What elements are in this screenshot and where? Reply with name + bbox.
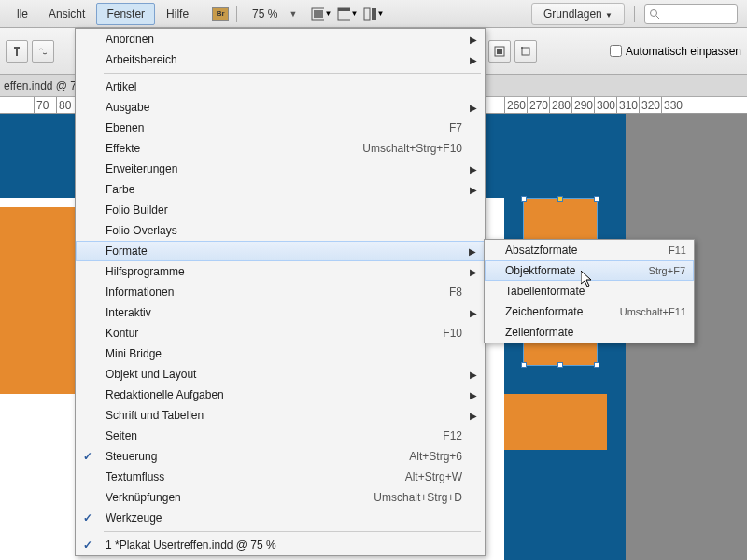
ruler-tick: 320 [639,97,660,114]
menu-item[interactable]: SeitenF12 [76,426,485,446]
menu-item[interactable]: Redaktionelle Aufgaben▶ [76,385,485,405]
menu-item-label: Mini Bridge [106,347,477,360]
menu-file-partial[interactable]: lle [7,4,37,24]
menu-item[interactable]: VerknüpfungenUmschalt+Strg+D [76,487,485,508]
orange-shape-bottom[interactable] [504,394,607,450]
menu-item-label: Seiten [106,429,443,442]
formate-submenu: AbsatzformateF11ObjektformateStrg+F7Tabe… [484,239,695,343]
menu-item[interactable]: ✓SteuerungAlt+Strg+6 [76,446,485,467]
ruler-tick: 80 [56,97,71,114]
ruler-tick: 260 [504,97,526,114]
submenu-item-shortcut: Strg+F7 [649,265,685,276]
menu-item[interactable]: ✓Werkzeuge [76,508,485,528]
menu-help[interactable]: Hilfe [157,4,198,24]
link-icon[interactable] [32,40,54,63]
menu-item[interactable]: EffekteUmschalt+Strg+F10 [76,138,485,159]
menu-item[interactable]: InformationenF8 [76,282,485,302]
menu-item[interactable]: EbenenF7 [76,118,485,138]
menu-item-label: Werkzeuge [106,511,477,525]
ruler-tick: 330 [661,97,683,114]
screen-mode-icon[interactable]: ▼ [311,4,331,24]
menu-item[interactable]: Farbe▶ [76,179,485,200]
submenu-item[interactable]: AbsatzformateF11 [485,240,694,260]
ref-point-icon[interactable] [514,40,537,63]
submenu-arrow-icon: ▶ [470,308,477,318]
submenu-item[interactable]: ObjektformateStrg+F7 [485,260,694,281]
selection-handle[interactable] [557,196,563,202]
menu-item-shortcut: Umschalt+Strg+D [374,491,462,504]
bridge-icon[interactable]: Br [212,7,229,21]
menu-item[interactable]: Artikel [76,77,485,97]
menu-view[interactable]: Ansicht [39,4,94,24]
submenu-arrow-icon: ▶ [470,411,477,421]
submenu-arrow-icon: ▶ [470,55,477,65]
menu-item-label: Artikel [106,80,477,93]
menu-item[interactable]: Folio Overlays [76,220,485,241]
selection-handle[interactable] [521,362,527,368]
menu-item[interactable]: Erweiterungen▶ [76,159,485,179]
submenu-arrow-icon: ▶ [470,35,477,45]
menu-item-label: Redaktionelle Aufgaben [106,388,477,401]
menu-item[interactable]: KonturF10 [76,323,485,343]
selection-handle[interactable] [521,196,527,202]
menu-item[interactable]: Arbeitsbereich▶ [76,49,485,70]
search-icon [649,8,660,20]
submenu-item-shortcut: Umschalt+F11 [620,306,686,317]
workspace-switcher[interactable]: Grundlagen ▼ [531,3,625,25]
separator [303,6,303,22]
menu-item-label: Kontur [106,327,443,340]
menu-item[interactable]: Objekt und Layout▶ [76,364,485,385]
zoom-level[interactable]: 75 % [243,7,287,21]
auto-fit-checkbox[interactable]: Automatisch einpassen [610,45,741,58]
menu-item-label: Folio Overlays [106,224,477,237]
menu-item[interactable]: Anordnen▶ [76,29,485,49]
separator [634,6,635,22]
menu-item-label: Ebenen [106,121,449,134]
paragraph-mode-icon[interactable] [6,40,28,63]
svg-rect-18 [522,48,529,55]
menu-item[interactable]: Ausgabe▶ [76,97,485,118]
ruler-tick: 280 [549,97,571,114]
window-menu-dropdown: Anordnen▶Arbeitsbereich▶ArtikelAusgabe▶E… [75,28,486,556]
menu-item-label: Formate [106,245,476,258]
selection-handle[interactable] [594,362,599,368]
view-options-icon[interactable]: ▼ [363,4,384,24]
menu-item-label: Schrift und Tabellen [106,409,477,422]
selection-handle[interactable] [557,362,563,368]
menu-item-label: Anordnen [106,33,477,46]
menu-window[interactable]: Fenster [96,3,155,25]
submenu-item[interactable]: ZeichenformateUmschalt+F11 [485,301,694,322]
menu-item[interactable]: Hilfsprogramme▶ [76,261,485,282]
arrange-icon[interactable]: ▼ [337,4,358,24]
menu-item[interactable]: Interaktiv▶ [76,302,485,323]
submenu-arrow-icon: ▶ [470,164,477,175]
menu-item-shortcut: F7 [449,121,462,134]
ruler-tick: 290 [571,97,593,114]
menu-item[interactable]: Mini Bridge [76,343,485,364]
selection-handle[interactable] [594,196,599,202]
ruler-tick: 310 [616,97,638,114]
menu-item-label: Objekt und Layout [106,368,477,381]
submenu-item-shortcut: F11 [669,245,686,256]
menu-item-label: Folio Builder [106,203,477,217]
search-input[interactable] [644,4,738,24]
menu-item-label: Interaktiv [106,306,477,319]
menu-item-shortcut: Alt+Strg+6 [409,450,462,463]
menu-item[interactable]: ✓1 *Plakat Usertreffen.indd @ 75 % [76,535,485,555]
svg-line-7 [656,16,659,19]
menu-item[interactable]: Folio Builder [76,200,485,220]
menu-item-label: 1 *Plakat Usertreffen.indd @ 75 % [106,539,477,552]
submenu-item[interactable]: Tabellenformate [485,281,694,301]
submenu-item-label: Absatzformate [505,244,669,257]
menu-separator [104,73,481,74]
auto-fit-label: Automatisch einpassen [626,45,741,58]
menu-item[interactable]: TextumflussAlt+Strg+W [76,467,485,487]
fill-prop-icon[interactable] [488,40,511,63]
menu-item[interactable]: Schrift und Tabellen▶ [76,405,485,426]
submenu-item-label: Tabellenformate [505,285,686,298]
ruler-tick: 270 [527,97,548,114]
menu-item-label: Ausgabe [106,101,477,114]
chevron-down-icon[interactable]: ▼ [289,9,297,19]
submenu-item[interactable]: Zellenformate [485,322,694,343]
menu-item[interactable]: Formate▶ [76,241,485,261]
